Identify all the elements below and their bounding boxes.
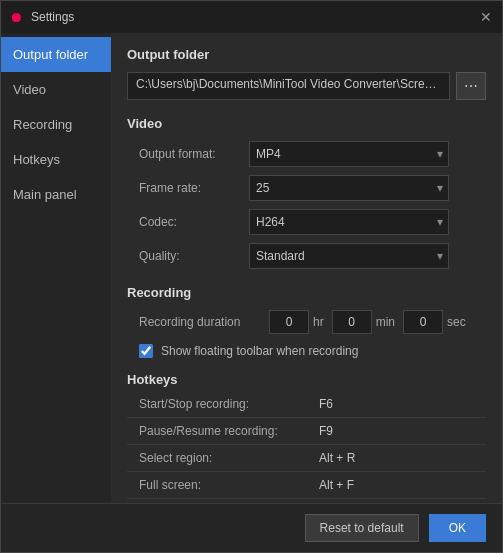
codec-row: Codec: H264 (127, 209, 486, 235)
hotkey-start-stop-value: F6 (319, 397, 333, 411)
codec-select[interactable]: H264 (249, 209, 449, 235)
hotkey-full-screen-label: Full screen: (139, 478, 319, 492)
output-format-label: Output format: (139, 147, 249, 161)
codec-wrapper: H264 (249, 209, 449, 235)
sidebar-item-recording[interactable]: Recording (1, 107, 111, 142)
settings-window: ⏺ Settings ✕ Output folder Video Recordi… (0, 0, 503, 553)
hotkey-pause-resume-value: F9 (319, 424, 333, 438)
content-area: Output folder Video Recording Hotkeys Ma… (1, 33, 502, 503)
recording-section-title: Recording (127, 285, 486, 300)
hotkey-pause-resume: Pause/Resume recording: F9 (127, 424, 486, 445)
frame-rate-wrapper: 25 (249, 175, 449, 201)
duration-min-input[interactable] (332, 310, 372, 334)
output-folder-title: Output folder (127, 47, 486, 62)
min-unit: min (376, 315, 395, 329)
output-format-select[interactable]: MP4 (249, 141, 449, 167)
hotkey-start-stop-label: Start/Stop recording: (139, 397, 319, 411)
recording-section: Recording Recording duration hr min sec … (127, 285, 486, 358)
sidebar-item-output-folder[interactable]: Output folder (1, 37, 111, 72)
hotkeys-section: Hotkeys Start/Stop recording: F6 Pause/R… (127, 372, 486, 499)
reset-button[interactable]: Reset to default (305, 514, 419, 542)
folder-path-display: C:\Users\bj\Documents\MiniTool Video Con… (127, 72, 450, 100)
hotkey-start-stop: Start/Stop recording: F6 (127, 397, 486, 418)
hotkeys-section-title: Hotkeys (127, 372, 486, 387)
quality-select[interactable]: Standard (249, 243, 449, 269)
sidebar-item-hotkeys[interactable]: Hotkeys (1, 142, 111, 177)
browse-button[interactable]: ⋯ (456, 72, 486, 100)
duration-row: Recording duration hr min sec (127, 310, 486, 334)
browse-icon: ⋯ (464, 78, 478, 94)
video-section: Video Output format: MP4 Frame rate: 25 (127, 116, 486, 269)
hotkey-full-screen-value: Alt + F (319, 478, 354, 492)
hotkey-full-screen: Full screen: Alt + F (127, 478, 486, 499)
frame-rate-select[interactable]: 25 (249, 175, 449, 201)
video-section-title: Video (127, 116, 486, 131)
toolbar-checkbox-row: Show floating toolbar when recording (127, 344, 486, 358)
duration-hr-input[interactable] (269, 310, 309, 334)
main-content: Output folder C:\Users\bj\Documents\Mini… (111, 33, 502, 503)
quality-wrapper: Standard (249, 243, 449, 269)
toolbar-checkbox[interactable] (139, 344, 153, 358)
sec-unit: sec (447, 315, 466, 329)
quality-label: Quality: (139, 249, 249, 263)
codec-label: Codec: (139, 215, 249, 229)
sidebar-item-video[interactable]: Video (1, 72, 111, 107)
sidebar: Output folder Video Recording Hotkeys Ma… (1, 33, 111, 503)
hr-unit: hr (313, 315, 324, 329)
hotkey-select-region: Select region: Alt + R (127, 451, 486, 472)
output-folder-section: Output folder C:\Users\bj\Documents\Mini… (127, 47, 486, 100)
output-format-row: Output format: MP4 (127, 141, 486, 167)
sidebar-item-main-panel[interactable]: Main panel (1, 177, 111, 212)
footer: Reset to default OK (1, 503, 502, 552)
hotkey-select-region-label: Select region: (139, 451, 319, 465)
frame-rate-row: Frame rate: 25 (127, 175, 486, 201)
title-bar: ⏺ Settings ✕ (1, 1, 502, 33)
app-icon: ⏺ (9, 9, 25, 25)
quality-row: Quality: Standard (127, 243, 486, 269)
close-button[interactable]: ✕ (478, 9, 494, 25)
ok-button[interactable]: OK (429, 514, 486, 542)
output-format-wrapper: MP4 (249, 141, 449, 167)
frame-rate-label: Frame rate: (139, 181, 249, 195)
hotkey-select-region-value: Alt + R (319, 451, 355, 465)
window-title: Settings (31, 10, 74, 24)
toolbar-checkbox-label[interactable]: Show floating toolbar when recording (161, 344, 358, 358)
folder-row: C:\Users\bj\Documents\MiniTool Video Con… (127, 72, 486, 100)
duration-label: Recording duration (139, 315, 259, 329)
duration-sec-input[interactable] (403, 310, 443, 334)
title-bar-left: ⏺ Settings (9, 9, 74, 25)
hotkey-pause-resume-label: Pause/Resume recording: (139, 424, 319, 438)
